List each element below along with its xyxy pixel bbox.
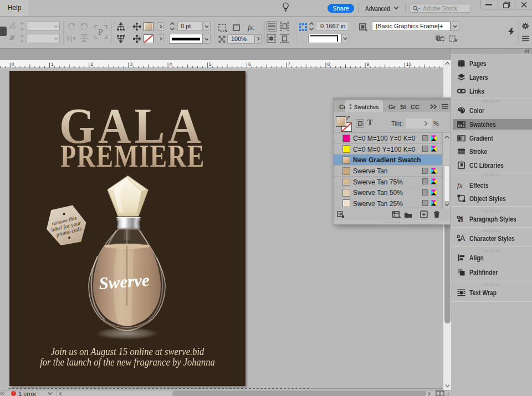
- svg-text:10: 10: [406, 61, 412, 67]
- svg-text:4: 4: [170, 61, 172, 67]
- svg-text:9: 9: [367, 61, 370, 67]
- svg-text:7: 7: [288, 61, 290, 67]
- svg-text:1: 1: [51, 61, 54, 67]
- svg-text:5: 5: [209, 61, 212, 67]
- svg-text:6: 6: [248, 61, 251, 67]
- svg-text:0: 0: [12, 61, 14, 67]
- svg-text:P: P: [99, 28, 103, 37]
- svg-text:fx: fx: [457, 181, 463, 189]
- svg-text:8: 8: [327, 61, 330, 67]
- svg-text:A: A: [460, 234, 466, 243]
- svg-text:Swerve: Swerve: [98, 270, 150, 293]
- svg-text:3: 3: [130, 61, 132, 67]
- svg-text:2: 2: [90, 61, 93, 67]
